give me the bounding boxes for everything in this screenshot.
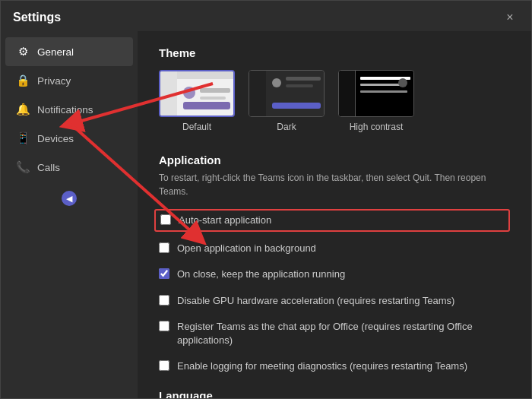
language-section-title: Language [159, 389, 510, 398]
checkbox-open-background[interactable] [159, 242, 169, 253]
sidebar-item-label-general: General [37, 46, 74, 58]
device-icon: 📱 [16, 131, 30, 145]
theme-dark-bar3 [272, 103, 321, 109]
checkbox-row-disable-gpu: Disable GPU hardware acceleration (requi… [159, 292, 510, 310]
close-button[interactable]: × [501, 8, 519, 27]
collapse-button[interactable]: ◀ [62, 191, 77, 206]
checkbox-label-auto-start: Auto-start application [179, 214, 271, 227]
sidebar-item-label-privacy: Privacy [37, 75, 71, 87]
checkbox-row-open-background: Open application in background [159, 239, 510, 258]
content-area: ⚙ General 🔒 Privacy 🔔 Notifications 📱 De… [1, 31, 531, 398]
lock-icon: 🔒 [16, 74, 30, 87]
sidebar-item-notifications[interactable]: 🔔 Notifications [5, 95, 133, 124]
checkbox-row-keep-running: On close, keep the application running [159, 265, 510, 283]
checkbox-enable-logging[interactable] [159, 360, 169, 371]
theme-hc-bar3 [360, 90, 407, 93]
checkbox-auto-start[interactable] [160, 214, 171, 225]
theme-option-high-contrast[interactable]: High contrast [338, 70, 414, 132]
theme-dark-sidebar [249, 71, 266, 116]
theme-label-default: Default [182, 122, 211, 132]
sidebar-item-calls[interactable]: 📞 Calls [5, 153, 133, 182]
sidebar-item-devices[interactable]: 📱 Devices [5, 124, 133, 153]
checkbox-label-open-background: Open application in background [177, 242, 316, 255]
theme-dark-bar1 [286, 77, 321, 81]
theme-label-dark: Dark [277, 122, 296, 132]
checkbox-row-register-teams: Register Teams as the chat app for Offic… [159, 318, 510, 350]
theme-hc-bar2 [360, 84, 403, 86]
checkbox-disable-gpu[interactable] [159, 295, 169, 306]
theme-default-header [177, 71, 233, 79]
sidebar-item-label-notifications: Notifications [37, 104, 93, 116]
application-description: To restart, right-click the Teams icon i… [159, 171, 510, 198]
checkbox-label-disable-gpu: Disable GPU hardware acceleration (requi… [177, 294, 454, 308]
theme-hc-avatar [398, 78, 407, 87]
checkbox-register-teams[interactable] [159, 321, 169, 331]
checkbox-label-register-teams: Register Teams as the chat app for Offic… [177, 320, 510, 347]
checkbox-label-enable-logging: Enable logging for meeting diagnostics (… [177, 359, 467, 373]
sidebar-item-general[interactable]: ⚙ General [5, 37, 133, 66]
sidebar-item-privacy[interactable]: 🔒 Privacy [5, 66, 133, 95]
sidebar-item-label-devices: Devices [37, 133, 74, 144]
checkbox-label-keep-running: On close, keep the application running [177, 268, 345, 281]
theme-option-default[interactable]: Default [159, 70, 235, 132]
theme-preview-high-contrast[interactable] [338, 70, 414, 117]
theme-dark-background [249, 71, 324, 116]
theme-default-content [200, 88, 230, 93]
window-title: Settings [13, 11, 61, 24]
theme-hc-background [339, 71, 413, 116]
theme-default-content2 [200, 97, 226, 100]
main-content: Theme [138, 31, 531, 398]
sidebar-collapse: ◀ [1, 185, 138, 212]
gear-icon: ⚙ [16, 45, 30, 59]
application-section-title: Application [159, 154, 510, 166]
theme-default-background [160, 71, 233, 116]
theme-dark-bar2 [286, 84, 313, 87]
theme-option-dark[interactable]: Dark [249, 70, 325, 132]
checkbox-row-auto-start: Auto-start application [154, 209, 510, 232]
theme-hc-sidebar [339, 71, 356, 116]
theme-preview-dark[interactable] [249, 70, 325, 117]
phone-icon: 📞 [16, 160, 30, 174]
checkbox-keep-running[interactable] [159, 268, 169, 279]
theme-default-sidebar [160, 71, 177, 116]
theme-preview-default[interactable] [159, 70, 235, 117]
checkbox-row-enable-logging: Enable logging for meeting diagnostics (… [159, 357, 510, 375]
theme-row: Default Dark [159, 70, 510, 132]
theme-label-high-contrast: High contrast [350, 122, 404, 132]
theme-default-avatar [183, 87, 195, 99]
theme-dark-avatar [272, 78, 281, 87]
theme-default-bar [183, 102, 230, 109]
title-bar: Settings × [1, 1, 531, 31]
sidebar-item-label-calls: Calls [37, 162, 60, 173]
sidebar: ⚙ General 🔒 Privacy 🔔 Notifications 📱 De… [1, 31, 138, 398]
theme-section-title: Theme [159, 46, 510, 59]
bell-icon: 🔔 [16, 103, 30, 116]
